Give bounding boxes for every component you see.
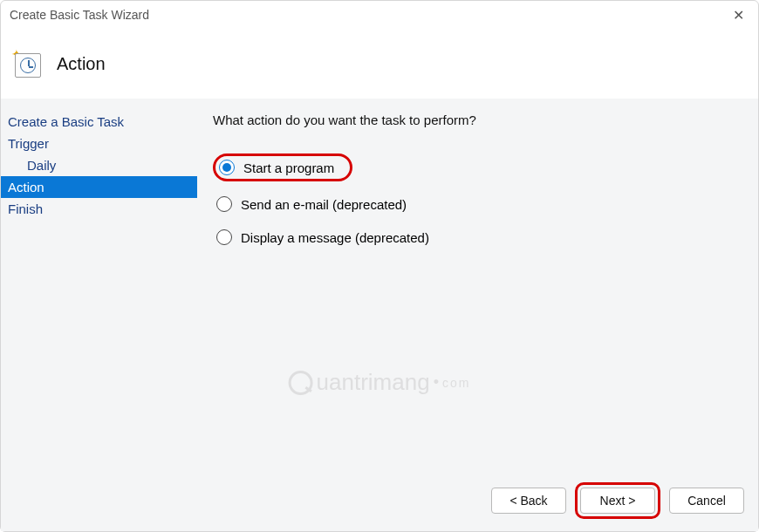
window-title: Create Basic Task Wizard [10,8,728,22]
wizard-header: ✦ Action [1,29,758,99]
clock-task-icon: ✦ [13,50,41,78]
wizard-window: Create Basic Task Wizard ✕ ✦ Action Crea… [0,0,759,532]
sidebar-item-daily[interactable]: Daily [1,154,197,176]
titlebar: Create Basic Task Wizard ✕ [1,1,758,29]
sidebar-item-finish[interactable]: Finish [1,198,197,220]
wizard-footer: < Back Next > Cancel [491,482,744,519]
page-title: Action [57,54,106,74]
wizard-steps-sidebar: Create a Basic Task Trigger Daily Action… [1,99,197,531]
next-button-highlight: Next > [575,482,660,519]
cancel-button[interactable]: Cancel [669,488,744,514]
sidebar-item-trigger[interactable]: Trigger [1,133,197,154]
option-send-an-email[interactable]: Send an e-mail (deprecated) [213,194,415,215]
option-label: Send an e-mail (deprecated) [241,197,407,212]
wizard-main: What action do you want the task to perf… [197,99,758,531]
radio-icon [216,229,232,245]
back-button[interactable]: < Back [491,488,566,514]
next-button[interactable]: Next > [580,488,655,514]
action-options: Start a program Send an e-mail (deprecat… [213,153,742,248]
radio-icon [216,196,232,212]
sidebar-item-create-basic-task[interactable]: Create a Basic Task [1,111,197,133]
option-label: Display a message (deprecated) [241,230,429,245]
wizard-body: Create a Basic Task Trigger Daily Action… [1,99,758,531]
option-label: Start a program [243,160,334,175]
action-prompt: What action do you want the task to perf… [213,113,742,127]
close-icon[interactable]: ✕ [728,7,749,24]
radio-icon [219,160,235,175]
option-display-a-message[interactable]: Display a message (deprecated) [213,227,438,248]
sidebar-item-action[interactable]: Action [1,176,197,198]
option-start-a-program[interactable]: Start a program [213,153,352,181]
